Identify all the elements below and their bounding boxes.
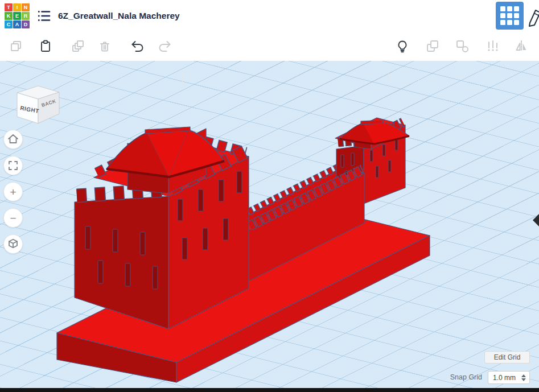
ungroup-button[interactable] [452,36,472,56]
fit-view-button[interactable] [3,156,23,175]
greatwall-model[interactable] [57,118,430,382]
group-button[interactable] [422,36,443,56]
show-all-button[interactable] [392,36,413,56]
left-tower [75,127,249,329]
logo-letter: E [13,12,21,20]
viewport[interactable]: RIGHT BACK [0,61,539,388]
redo-button[interactable] [155,36,175,56]
copy-button[interactable] [6,36,26,56]
logo-letter: T [5,3,13,11]
cube-icon [7,238,19,250]
edit-grid-button[interactable]: Edit Grid [484,351,530,364]
zoom-out-button[interactable]: − [3,208,23,228]
snap-grid-label: Snap Grid [450,373,482,381]
tinkercad-logo[interactable]: T I N K E R C A D [5,3,30,28]
logo-letter: I [13,3,21,11]
panel-collapse-handle[interactable] [533,214,539,226]
mirror-button[interactable] [511,36,532,56]
logo-letter: N [22,3,30,11]
logo-letter: A [13,20,21,28]
design-menu-icon[interactable] [36,9,51,23]
duplicate-button[interactable] [68,36,88,56]
orthographic-toggle-button[interactable] [3,234,23,254]
snap-grid-value: 1.0 mm [488,374,521,382]
top-bar: T I N K E R C A D 6Z_Greatwall_Nala Mach… [0,0,539,31]
logo-letter: K [5,12,13,20]
logo-letter: D [22,20,30,28]
delete-button[interactable] [94,36,115,56]
zoom-in-button[interactable]: + [3,182,23,201]
home-view-button[interactable] [3,130,23,149]
grid-3x3-icon [500,6,519,25]
spinner-carets-icon[interactable] [521,374,526,381]
undo-button[interactable] [127,36,147,56]
plus-icon: + [10,187,16,197]
home-icon [7,133,19,146]
view-cube[interactable]: RIGHT BACK [17,86,59,123]
align-button[interactable] [483,36,503,56]
toolbar [0,31,539,61]
minus-icon: − [10,213,16,224]
paste-button[interactable] [35,36,56,56]
snap-grid-select[interactable]: 1.0 mm [488,371,530,384]
bottom-edge-bar [0,388,539,392]
fit-view-icon [7,159,19,172]
design-title[interactable]: 6Z_Greatwall_Nala Macherey [58,0,180,31]
logo-letter: R [22,12,30,20]
logo-letter: C [5,20,13,28]
view-switch-button[interactable] [496,2,524,30]
partial-edit-icon[interactable] [526,3,539,30]
